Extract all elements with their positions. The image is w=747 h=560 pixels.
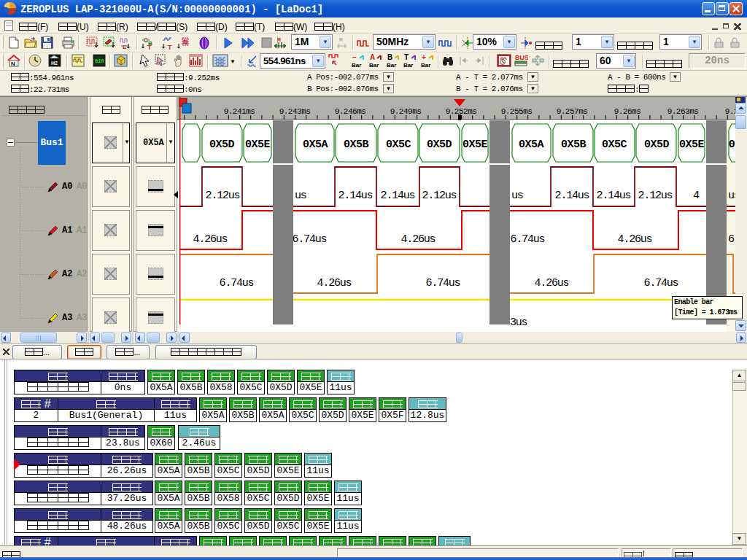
svg-text:4.26us: 4.26us bbox=[535, 277, 569, 289]
svg-text:B: B bbox=[387, 53, 392, 61]
svg-text:6.74us: 6.74us bbox=[293, 233, 327, 246]
svg-text:2.12us: 2.12us bbox=[206, 190, 240, 202]
svg-text:BUS: BUS bbox=[515, 54, 528, 61]
svg-text:9.246ms: 9.246ms bbox=[335, 107, 366, 116]
svg-text:0: 0 bbox=[729, 139, 735, 151]
svg-text:A: A bbox=[370, 53, 375, 61]
svg-text:0X5D: 0X5D bbox=[427, 139, 452, 151]
svg-text:4: 4 bbox=[693, 190, 700, 202]
svg-text:6.74us: 6.74us bbox=[220, 277, 254, 289]
svg-text:2.12us: 2.12us bbox=[638, 190, 673, 202]
svg-text:6.74us: 6.74us bbox=[426, 277, 460, 289]
svg-text:us: us bbox=[728, 190, 735, 202]
svg-text:M: M bbox=[339, 36, 343, 43]
svg-text:0X5C: 0X5C bbox=[386, 139, 411, 151]
svg-text:T: T bbox=[168, 44, 172, 50]
svg-text:T: T bbox=[147, 44, 152, 50]
svg-text:0X5A: 0X5A bbox=[519, 139, 544, 151]
svg-text:T: T bbox=[404, 53, 409, 61]
svg-text:6.74us: 6.74us bbox=[511, 233, 545, 246]
svg-text:9.249ms: 9.249ms bbox=[390, 107, 422, 116]
svg-text:9.266m: 9.266m bbox=[725, 107, 735, 116]
svg-text:6.74us: 6.74us bbox=[644, 277, 678, 289]
svg-text:–: – bbox=[352, 53, 357, 61]
svg-text:0X5E: 0X5E bbox=[462, 139, 488, 151]
svg-text:2.14us: 2.14us bbox=[338, 190, 373, 202]
svg-text:2.12us: 2.12us bbox=[422, 190, 457, 202]
svg-text:0X5B: 0X5B bbox=[561, 139, 587, 151]
svg-text:M: M bbox=[277, 36, 281, 43]
svg-text:9.243ms: 9.243ms bbox=[279, 107, 311, 116]
svg-text:H2: H2 bbox=[51, 61, 58, 66]
svg-text:4.26us: 4.26us bbox=[618, 233, 652, 246]
svg-text:9.263ms: 9.263ms bbox=[667, 107, 699, 116]
svg-text:Bar: Bar bbox=[403, 62, 413, 69]
svg-text:0X5C: 0X5C bbox=[602, 139, 627, 151]
svg-text:010: 010 bbox=[95, 58, 104, 64]
svg-text:6.: 6. bbox=[728, 233, 735, 246]
svg-text:N: N bbox=[11, 61, 15, 67]
svg-text:2.14us: 2.14us bbox=[597, 190, 631, 202]
svg-text:0X5B: 0X5B bbox=[344, 139, 369, 151]
svg-text:0X5D: 0X5D bbox=[209, 139, 235, 151]
svg-text:0X5E: 0X5E bbox=[245, 139, 271, 151]
svg-text:4.26us: 4.26us bbox=[401, 233, 436, 246]
svg-text:us: us bbox=[295, 190, 306, 202]
svg-text:Bar: Bar bbox=[387, 62, 396, 69]
svg-text:+: + bbox=[422, 53, 426, 61]
svg-text:0X5D: 0X5D bbox=[644, 139, 670, 151]
svg-text:3us: 3us bbox=[510, 316, 527, 329]
svg-text:2.14us: 2.14us bbox=[555, 190, 589, 202]
svg-text:4.26us: 4.26us bbox=[317, 277, 352, 289]
svg-text:Bar: Bar bbox=[352, 62, 361, 69]
svg-text:E: E bbox=[123, 44, 127, 50]
svg-text:Bar: Bar bbox=[369, 62, 379, 69]
svg-text:9.241ms: 9.241ms bbox=[224, 107, 255, 116]
svg-text:us: us bbox=[511, 190, 523, 202]
svg-text:2.14us: 2.14us bbox=[381, 190, 415, 202]
svg-text:4.26us: 4.26us bbox=[193, 233, 228, 246]
svg-text:0X5E: 0X5E bbox=[679, 139, 705, 151]
svg-text:9.257ms: 9.257ms bbox=[557, 107, 588, 116]
svg-text:9.255ms: 9.255ms bbox=[501, 107, 533, 116]
svg-text:9.26ms: 9.26ms bbox=[614, 107, 641, 116]
svg-text:Bar: Bar bbox=[421, 62, 430, 69]
svg-text:0X5A: 0X5A bbox=[303, 139, 328, 151]
